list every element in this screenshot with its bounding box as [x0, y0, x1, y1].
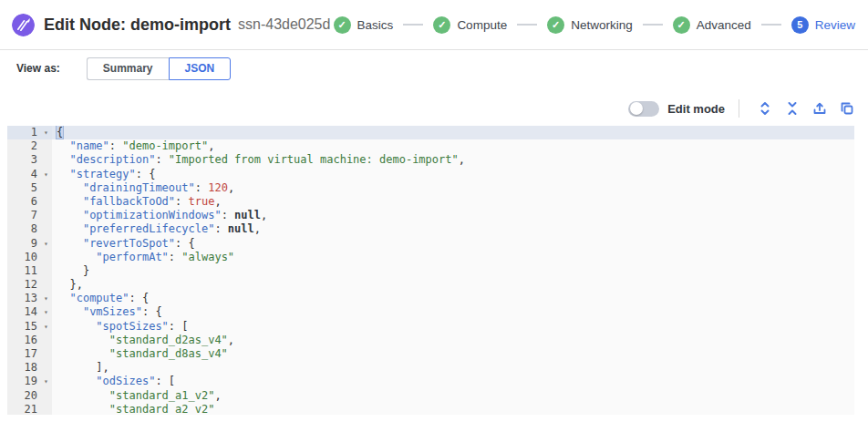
editor-line[interactable]: 8 "preferredLifecycle": null, — [7, 222, 854, 236]
fold-spacer — [40, 153, 52, 167]
editor-line[interactable]: 7 "optimizationWindows": null, — [7, 209, 854, 222]
expand-all-icon[interactable] — [758, 101, 772, 116]
fold-spacer — [40, 403, 52, 415]
line-number: 15▾ — [7, 320, 52, 334]
editor-line[interactable]: 4▾ "strategy": { — [7, 168, 854, 181]
step-advanced[interactable]: ✓Advanced — [673, 16, 751, 34]
code-line-text: "standard_d2as_v4", — [52, 334, 854, 347]
wizard-stepper: ✓Basics✓Compute✓Networking✓Advanced5Revi… — [334, 16, 855, 34]
fold-arrow-icon[interactable]: ▾ — [40, 126, 52, 139]
code-line-text: } — [52, 264, 854, 278]
editor-line[interactable]: 21 "standard_a2_v2" — [7, 403, 854, 415]
step-connector — [403, 24, 423, 26]
view-as-bar: View as: SummaryJSON — [0, 50, 868, 87]
fold-spacer — [40, 222, 52, 236]
view-tab-json[interactable]: JSON — [169, 57, 232, 80]
step-check-icon: ✓ — [547, 16, 564, 34]
fold-arrow-icon[interactable]: ▾ — [40, 292, 52, 305]
editor-toolbar: Edit mode — [628, 94, 861, 123]
fold-arrow-icon[interactable]: ▾ — [40, 237, 52, 251]
line-number: 17 — [7, 347, 52, 361]
step-number-badge: 5 — [791, 16, 809, 34]
page-title: Edit Node: demo-import — [44, 15, 231, 35]
line-number: 10 — [7, 251, 52, 264]
step-label: Networking — [571, 18, 633, 32]
code-line-text: "preferredLifecycle": null, — [52, 222, 854, 236]
editor-line[interactable]: 1▾{ — [7, 126, 854, 139]
step-label: Review — [815, 18, 855, 32]
editor-line[interactable]: 3 "description": "Imported from virtual … — [7, 153, 854, 167]
fold-arrow-icon[interactable]: ▾ — [40, 375, 52, 388]
line-number: 11 — [7, 264, 52, 278]
line-number: 20 — [7, 389, 52, 403]
editor-line[interactable]: 18 ], — [7, 361, 854, 375]
code-line-text: { — [52, 126, 854, 139]
editor-line[interactable]: 9▾ "revertToSpot": { — [7, 237, 854, 251]
fold-spacer — [40, 139, 52, 153]
editor-line[interactable]: 19▾ "odSizes": [ — [7, 375, 854, 388]
step-label: Basics — [357, 18, 394, 32]
toggle-knob — [630, 102, 643, 115]
step-connector — [761, 24, 781, 26]
line-number: 4▾ — [7, 168, 52, 181]
edit-mode-toggle[interactable] — [628, 101, 659, 117]
view-as-label: View as: — [16, 62, 60, 75]
code-line-text: "compute": { — [52, 292, 854, 305]
copy-icon[interactable] — [840, 101, 854, 116]
fold-spacer — [40, 334, 52, 347]
editor-line[interactable]: 16 "standard_d2as_v4", — [7, 334, 854, 347]
collapse-all-icon[interactable] — [785, 101, 800, 116]
step-basics[interactable]: ✓Basics — [334, 16, 394, 34]
editor-line[interactable]: 17 "standard_d8as_v4" — [7, 347, 854, 361]
line-number: 1▾ — [7, 126, 52, 139]
step-compute[interactable]: ✓Compute — [433, 16, 507, 34]
header: Edit Node: demo-import ssn-43de025d ✓Bas… — [0, 0, 868, 50]
editor-line[interactable]: 10 "performAt": "always" — [7, 251, 854, 264]
line-number: 18 — [7, 361, 52, 375]
line-number: 9▾ — [7, 237, 52, 251]
code-line-text: "spotSizes": [ — [52, 320, 854, 334]
fold-spacer — [40, 264, 52, 278]
fold-spacer — [40, 209, 52, 222]
line-number: 13▾ — [7, 292, 52, 305]
toolbar-divider — [739, 99, 739, 118]
step-check-icon: ✓ — [433, 16, 450, 34]
step-review[interactable]: 5Review — [791, 16, 855, 34]
editor-line[interactable]: 13▾ "compute": { — [7, 292, 854, 305]
code-line-text: "revertToSpot": { — [52, 237, 854, 251]
fold-spacer — [40, 251, 52, 264]
fold-arrow-icon[interactable]: ▾ — [40, 168, 52, 181]
line-number: 7 — [7, 209, 52, 222]
code-line-text: "standard_d8as_v4" — [52, 347, 854, 361]
editor-line[interactable]: 11 } — [7, 264, 854, 278]
line-number: 8 — [7, 222, 52, 236]
spot-logo-icon — [12, 14, 35, 36]
fold-arrow-icon[interactable]: ▾ — [40, 305, 52, 319]
fold-spacer — [40, 389, 52, 403]
line-number: 14▾ — [7, 305, 52, 319]
line-number: 16 — [7, 334, 52, 347]
code-line-text: "optimizationWindows": null, — [52, 209, 854, 222]
editor-line[interactable]: 15▾ "spotSizes": [ — [7, 320, 854, 334]
line-number: 6 — [7, 195, 52, 209]
step-networking[interactable]: ✓Networking — [547, 16, 633, 34]
node-id: ssn-43de025d — [238, 16, 330, 33]
editor-line[interactable]: 6 "fallbackToOd": true, — [7, 195, 854, 209]
editor-line[interactable]: 20 "standard_a1_v2", — [7, 389, 854, 403]
export-icon[interactable] — [812, 101, 827, 116]
step-connector — [517, 24, 537, 26]
code-line-text: "performAt": "always" — [52, 251, 854, 264]
view-tab-summary[interactable]: Summary — [87, 57, 169, 80]
step-check-icon: ✓ — [673, 16, 690, 34]
editor-line[interactable]: 2 "name": "demo-import", — [7, 139, 854, 153]
step-check-icon: ✓ — [334, 16, 351, 34]
fold-arrow-icon[interactable]: ▾ — [40, 320, 52, 334]
editor-line[interactable]: 12 }, — [7, 278, 854, 292]
json-editor[interactable]: 1▾{2 "name": "demo-import",3 "descriptio… — [7, 126, 854, 415]
edit-mode-label: Edit mode — [667, 102, 725, 116]
editor-line[interactable]: 5 "drainingTimeout": 120, — [7, 181, 854, 195]
line-number: 2 — [7, 139, 52, 153]
step-label: Compute — [457, 18, 507, 32]
fold-spacer — [40, 347, 52, 361]
editor-line[interactable]: 14▾ "vmSizes": { — [7, 305, 854, 319]
